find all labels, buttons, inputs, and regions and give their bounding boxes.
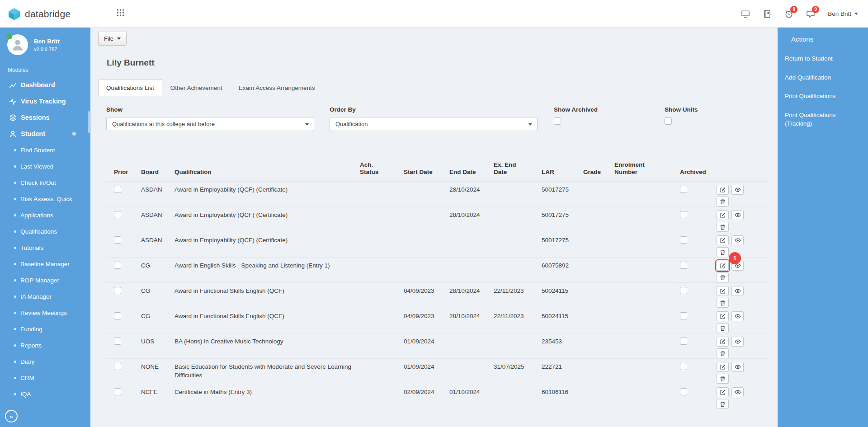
layers-icon: [9, 114, 17, 122]
cell-ex-end-date: [494, 207, 542, 232]
cell-grade: [583, 384, 614, 409]
sidebar-subitem[interactable]: IQA: [0, 386, 90, 402]
archived-checkbox[interactable]: [680, 211, 687, 218]
sidebar-subitem[interactable]: Review Meetings: [0, 305, 90, 321]
edit-button[interactable]: [717, 311, 729, 321]
edit-button[interactable]: [717, 210, 729, 220]
cell-enrolment-number: [614, 232, 680, 258]
sidebar-subitem[interactable]: Funding: [0, 321, 90, 337]
action-link[interactable]: Print Qualifications: [778, 87, 868, 106]
action-link[interactable]: Return to Student: [778, 49, 868, 68]
delete-button[interactable]: [717, 399, 729, 409]
view-button[interactable]: [731, 286, 744, 296]
chevron-down-icon: [854, 13, 858, 15]
show-archived-checkbox[interactable]: [554, 117, 561, 125]
prior-checkbox[interactable]: [114, 262, 121, 269]
clock-icon[interactable]: 0: [784, 9, 793, 19]
sidebar-item-dashboard[interactable]: Dashboard: [0, 77, 90, 93]
action-link[interactable]: Print Qualifications (Tracking): [778, 106, 868, 133]
edit-button[interactable]: [717, 185, 729, 195]
archived-checkbox[interactable]: [680, 236, 687, 244]
delete-button[interactable]: [717, 247, 729, 257]
sidebar-subitem[interactable]: Applications: [0, 207, 90, 223]
actions-panel: Actions Return to Student Add Qualificat…: [778, 28, 868, 427]
prior-checkbox[interactable]: [114, 363, 121, 370]
prior-checkbox[interactable]: [114, 338, 121, 345]
edit-button[interactable]: [717, 362, 729, 372]
sidebar-subitem[interactable]: Baseline Manager: [0, 256, 90, 272]
sidebar-collapse-button[interactable]: «: [5, 410, 18, 422]
sidebar-item-virus-tracking[interactable]: Virus Tracking: [0, 93, 90, 109]
delete-button[interactable]: [717, 323, 729, 333]
delete-button[interactable]: [717, 374, 729, 384]
tab[interactable]: Other Achievement: [162, 79, 231, 96]
show-select[interactable]: Qualifications at this college and befor…: [106, 117, 314, 131]
cell-grade: [583, 359, 614, 384]
sidebar-subitem-label: ROP Manager: [20, 277, 59, 284]
tab[interactable]: Exam Access Arrangements: [231, 79, 323, 96]
delete-button[interactable]: [717, 222, 729, 232]
edit-button[interactable]: [717, 235, 729, 245]
view-button[interactable]: [731, 311, 744, 321]
sidebar-subitem[interactable]: ROP Manager: [0, 272, 90, 288]
user-menu[interactable]: Ben Britt: [828, 10, 858, 17]
archived-checkbox[interactable]: [680, 363, 687, 370]
sidebar-item-sessions[interactable]: Sessions: [0, 109, 90, 126]
chat-icon[interactable]: 0: [806, 9, 815, 19]
view-button[interactable]: [731, 387, 744, 397]
book-icon[interactable]: [763, 9, 772, 19]
sidebar-subitem[interactable]: Last Viewed: [0, 158, 90, 174]
prior-checkbox[interactable]: [114, 211, 121, 218]
delete-button[interactable]: [717, 298, 729, 308]
show-units-checkbox[interactable]: [665, 117, 672, 125]
archived-checkbox[interactable]: [680, 186, 687, 193]
action-link[interactable]: Add Qualification: [778, 68, 868, 87]
cell-qualification: Award in Functional Skills English (QCF): [175, 283, 360, 308]
edit-button[interactable]: [717, 387, 729, 397]
sidebar-item-student[interactable]: Student: [0, 126, 90, 142]
sidebar-subitem[interactable]: Find Student: [0, 142, 90, 158]
sidebar-subitem[interactable]: Risk Assess. Quick: [0, 191, 90, 207]
archived-checkbox[interactable]: [680, 388, 687, 395]
edit-button[interactable]: [717, 261, 729, 271]
cell-end-date: [449, 333, 494, 359]
actions-panel-title: Actions: [778, 28, 868, 49]
sidebar-subitem[interactable]: Reports: [0, 337, 90, 353]
prior-checkbox[interactable]: [114, 287, 121, 294]
tab[interactable]: Qualifications List: [98, 79, 162, 96]
sidebar-subitem[interactable]: Diary: [0, 353, 90, 370]
view-button[interactable]: [731, 235, 744, 245]
archived-checkbox[interactable]: [680, 338, 687, 345]
view-button[interactable]: [731, 185, 744, 195]
view-button[interactable]: [731, 362, 744, 372]
delete-button[interactable]: [717, 348, 729, 358]
column-header: Enrolment Number: [614, 161, 680, 182]
display-icon[interactable]: [741, 9, 750, 19]
delete-button[interactable]: [717, 197, 729, 206]
edit-button[interactable]: [717, 337, 729, 347]
table-row: NONE Basic Education for Students with M…: [106, 359, 769, 384]
sidebar-subitem-label: CRM: [20, 375, 34, 381]
prior-checkbox[interactable]: [114, 186, 121, 193]
sidebar-subitem[interactable]: IA Manager: [0, 288, 90, 305]
edit-button[interactable]: [717, 286, 729, 296]
archived-checkbox[interactable]: [680, 287, 687, 294]
prior-checkbox[interactable]: [114, 312, 121, 319]
prior-checkbox[interactable]: [114, 388, 121, 395]
show-filter-label: Show: [106, 106, 314, 113]
prior-checkbox[interactable]: [114, 236, 121, 244]
order-by-select[interactable]: Qualification: [330, 117, 538, 131]
delete-button[interactable]: [717, 272, 729, 282]
archived-checkbox[interactable]: [680, 312, 687, 319]
sidebar-subitem[interactable]: CRM: [0, 370, 90, 386]
view-button[interactable]: [731, 210, 744, 220]
sidebar-subitem[interactable]: Tutorials: [0, 239, 90, 256]
archived-checkbox[interactable]: [680, 262, 687, 269]
sidebar-subitem[interactable]: Check In/Out: [0, 174, 90, 191]
file-menu-button[interactable]: File: [98, 32, 127, 46]
apps-grid-icon[interactable]: [117, 9, 124, 19]
sidebar-subitem[interactable]: Qualifications: [0, 223, 90, 239]
view-button[interactable]: [731, 337, 744, 347]
cell-ach-status: [360, 258, 404, 283]
sidebar-scrollbar-thumb[interactable]: [88, 111, 90, 133]
